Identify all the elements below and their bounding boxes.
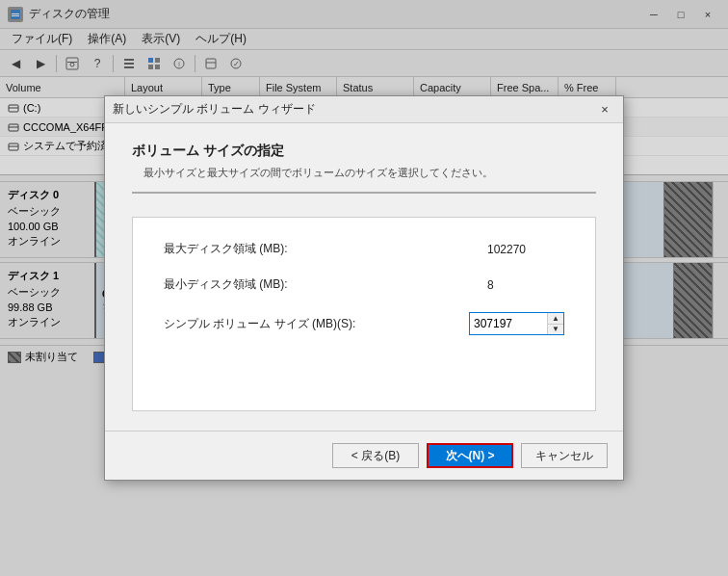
form-row-size: シンプル ボリューム サイズ (MB)(S): ▲ ▼ [164,312,564,335]
modal-close-button[interactable]: × [594,100,615,119]
size-input-wrap: ▲ ▼ [469,312,564,335]
min-label: 最小ディスク領域 (MB): [164,276,487,293]
cancel-button[interactable]: キャンセル [521,443,608,468]
modal-title: 新しいシンプル ボリューム ウィザード [113,101,316,118]
size-label: シンプル ボリューム サイズ (MB)(S): [164,316,469,332]
form-row-min: 最小ディスク領域 (MB): 8 [164,276,564,293]
max-label: 最大ディスク領域 (MB): [164,241,487,257]
modal-header-section: ボリューム サイズの指定 最小サイズと最大サイズの間でボリュームのサイズを選択し… [132,143,596,194]
spinner-down[interactable]: ▼ [548,325,563,335]
spinner-up[interactable]: ▲ [548,313,563,325]
next-button[interactable]: 次へ(N) > [427,443,513,468]
modal-title-bar: 新しいシンプル ボリューム ウィザード × [105,96,623,123]
modal-dialog: 新しいシンプル ボリューム ウィザード × ボリューム サイズの指定 最小サイズ… [104,95,624,481]
max-value: 102270 [487,243,564,256]
modal-overlay: 新しいシンプル ボリューム ウィザード × ボリューム サイズの指定 最小サイズ… [0,0,728,576]
min-value: 8 [487,278,564,292]
modal-header-desc: 最小サイズと最大サイズの間でボリュームのサイズを選択してください。 [143,166,596,180]
size-input[interactable] [470,313,547,334]
modal-body: ボリューム サイズの指定 最小サイズと最大サイズの間でボリュームのサイズを選択し… [105,123,623,431]
modal-content-area: 最大ディスク領域 (MB): 102270 最小ディスク領域 (MB): 8 シ… [132,217,596,411]
modal-header-title: ボリューム サイズの指定 [132,143,596,160]
form-row-max: 最大ディスク領域 (MB): 102270 [164,241,564,257]
spinner-buttons: ▲ ▼ [547,313,563,334]
back-button[interactable]: < 戻る(B) [332,443,419,468]
modal-footer: < 戻る(B) 次へ(N) > キャンセル [105,431,623,480]
